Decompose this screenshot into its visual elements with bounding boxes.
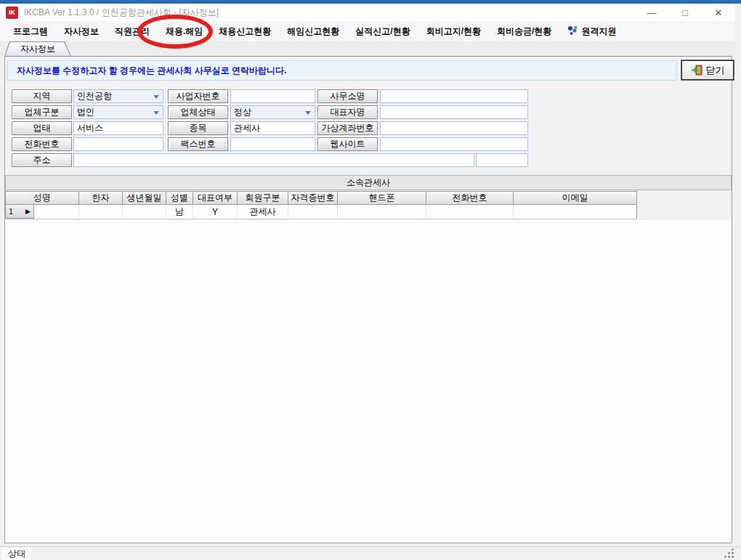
office-name-input[interactable] bbox=[380, 89, 528, 103]
business-category-label: 업태 bbox=[12, 121, 72, 135]
company-type-select-value: 법인 bbox=[77, 106, 94, 118]
cell-license-number[interactable] bbox=[288, 205, 338, 219]
menu-company-info[interactable]: 자사정보 bbox=[64, 25, 99, 38]
business-item-input[interactable] bbox=[230, 121, 315, 135]
menu-staff-management[interactable]: 직원관리 bbox=[115, 25, 150, 38]
fax-label: 팩스번호 bbox=[168, 137, 228, 151]
address-label: 주소 bbox=[12, 153, 72, 167]
grid-empty-area bbox=[5, 220, 732, 543]
ceo-name-label: 대표자명 bbox=[317, 105, 378, 119]
row-number: 1 bbox=[9, 207, 13, 216]
company-type-select[interactable]: 법인 bbox=[73, 105, 163, 119]
business-category-input[interactable] bbox=[73, 121, 163, 135]
office-name-label: 사무소명 bbox=[317, 89, 378, 103]
address-input[interactable] bbox=[73, 153, 474, 167]
col-header-member-type[interactable]: 회원구분 bbox=[238, 191, 288, 205]
region-label: 지역 bbox=[12, 89, 72, 103]
menu-hire-dismiss[interactable]: 채용.해임 bbox=[166, 25, 203, 38]
grid-row-1[interactable]: 1 ▶ 남 Y 관세사 bbox=[5, 205, 637, 219]
virtual-account-input[interactable] bbox=[380, 121, 528, 135]
business-number-input[interactable] bbox=[230, 89, 315, 103]
window-title: IKCBA Ver 1.1.3.0 / 인천공항관세사회 - [자사정보] bbox=[24, 7, 219, 19]
business-number-label: 사업자번호 bbox=[168, 89, 228, 103]
phone-label: 전화번호 bbox=[12, 137, 72, 151]
chevron-down-icon bbox=[153, 111, 159, 115]
current-row-arrow-icon: ▶ bbox=[25, 208, 31, 215]
tab-company-info-label: 자사정보 bbox=[5, 42, 70, 56]
tab-bar: 자사정보 bbox=[0, 41, 735, 56]
address-extra-input[interactable] bbox=[476, 153, 528, 167]
phone-input[interactable] bbox=[73, 137, 163, 151]
menu-bar: 프로그램 자사정보 직원관리 채용.해임 채용신고현황 해임신고현황 실적신고/… bbox=[0, 21, 735, 41]
cell-birthdate[interactable] bbox=[123, 205, 166, 219]
remote-support-icon bbox=[567, 25, 578, 38]
menu-remote-support[interactable]: 원격지원 bbox=[567, 25, 616, 38]
resize-grip-icon[interactable] bbox=[724, 548, 734, 558]
business-item-label: 종목 bbox=[168, 121, 228, 135]
website-label: 웹사이트 bbox=[317, 137, 378, 151]
col-header-mobile[interactable]: 핸드폰 bbox=[338, 191, 426, 205]
cell-name[interactable]: 1 ▶ bbox=[5, 205, 79, 219]
row-indicator: 1 ▶ bbox=[5, 205, 34, 219]
notice-banner: 자사정보를 수정하고자 할 경우에는 관세사회 사무실로 연락바랍니다. bbox=[7, 60, 677, 81]
cell-member-type[interactable]: 관세사 bbox=[238, 205, 288, 219]
col-header-representative[interactable]: 대표여부 bbox=[193, 191, 238, 205]
col-header-gender[interactable]: 성별 bbox=[166, 191, 193, 205]
menu-performance-report[interactable]: 실적신고/현황 bbox=[355, 25, 410, 38]
fax-input[interactable] bbox=[230, 137, 315, 151]
cell-gender[interactable]: 남 bbox=[166, 205, 193, 219]
region-select[interactable]: 인천공항 bbox=[73, 89, 163, 103]
col-header-license-number[interactable]: 자격증번호 bbox=[288, 191, 338, 205]
chevron-down-icon bbox=[153, 95, 159, 99]
cell-hanja[interactable] bbox=[79, 205, 123, 219]
app-logo-icon: IK bbox=[6, 7, 18, 19]
grid-header-row: 성명 한자 생년월일 성별 대표여부 회원구분 자격증번호 핸드폰 전화번호 이… bbox=[5, 191, 637, 205]
close-page-button[interactable]: 닫기 bbox=[681, 60, 734, 81]
col-header-name[interactable]: 성명 bbox=[5, 191, 79, 205]
website-input[interactable] bbox=[380, 137, 528, 151]
col-header-email[interactable]: 이메일 bbox=[514, 191, 637, 205]
notice-text: 자사정보를 수정하고자 할 경우에는 관세사회 사무실로 연락바랍니다. bbox=[17, 65, 286, 77]
menu-remote-support-label: 원격지원 bbox=[581, 25, 616, 38]
menu-fee-remittance[interactable]: 회비송금/현황 bbox=[497, 25, 551, 38]
cell-representative[interactable]: Y bbox=[193, 205, 238, 219]
app-window: IK IKCBA Ver 1.1.3.0 / 인천공항관세사회 - [자사정보]… bbox=[0, 0, 741, 560]
col-header-birthdate[interactable]: 생년월일 bbox=[123, 191, 166, 205]
exit-door-icon bbox=[691, 65, 702, 76]
status-bar: 상태 bbox=[0, 546, 741, 560]
cell-mobile[interactable] bbox=[338, 205, 426, 219]
company-status-label: 업체상태 bbox=[168, 105, 228, 119]
ceo-name-input[interactable] bbox=[380, 105, 528, 119]
window-controls: — □ ✕ bbox=[635, 4, 735, 21]
company-type-label: 업체구분 bbox=[12, 105, 72, 119]
virtual-account-label: 가상계좌번호 bbox=[317, 121, 378, 135]
minimize-button[interactable]: — bbox=[635, 4, 668, 21]
col-header-phone[interactable]: 전화번호 bbox=[426, 191, 514, 205]
content-area: 자사정보를 수정하고자 할 경우에는 관세사회 사무실로 연락바랍니다. 닫기 … bbox=[4, 56, 732, 543]
region-select-value: 인천공항 bbox=[77, 90, 112, 102]
company-status-select-value: 정상 bbox=[234, 106, 251, 118]
close-page-button-label: 닫기 bbox=[706, 64, 725, 77]
chevron-down-icon bbox=[305, 111, 311, 115]
company-status-select[interactable]: 정상 bbox=[230, 105, 315, 119]
cell-email[interactable] bbox=[514, 205, 637, 219]
col-header-hanja[interactable]: 한자 bbox=[79, 191, 123, 205]
menu-program[interactable]: 프로그램 bbox=[13, 25, 48, 38]
menu-hire-report-status[interactable]: 채용신고현황 bbox=[219, 25, 271, 38]
close-button[interactable]: ✕ bbox=[702, 4, 735, 21]
title-bar: IK IKCBA Ver 1.1.3.0 / 인천공항관세사회 - [자사정보]… bbox=[0, 4, 735, 21]
tab-company-info[interactable]: 자사정보 bbox=[4, 41, 71, 56]
cell-phone[interactable] bbox=[426, 205, 514, 219]
menu-dismiss-report-status[interactable]: 해임신고현황 bbox=[287, 25, 339, 38]
status-label: 상태 bbox=[2, 548, 31, 560]
maximize-button[interactable]: □ bbox=[668, 4, 702, 21]
grid-group-header: 소속관세사 bbox=[5, 175, 732, 190]
menu-fee-notice[interactable]: 회비고지/현황 bbox=[426, 25, 481, 38]
